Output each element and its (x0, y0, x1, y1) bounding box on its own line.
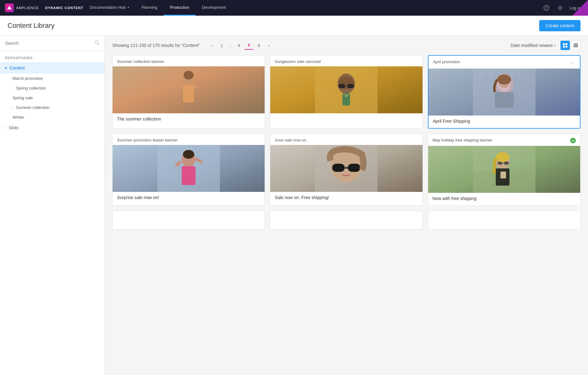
corner-accent (572, 0, 588, 16)
spring-collection-label: Spring collection (16, 86, 46, 90)
content-card-2[interactable]: Sunglasses sale carousel (270, 55, 423, 129)
card-2-type: Sunglasses sale carousel (275, 59, 418, 64)
content-card-6[interactable]: May holiday free shipping banner (428, 134, 580, 206)
svg-line-5 (98, 44, 99, 45)
svg-rect-22 (338, 84, 345, 88)
pagination-page-4[interactable]: 4 (235, 41, 243, 50)
card-1-header: Summer collection banner (113, 55, 265, 66)
published-badge (570, 138, 576, 143)
card-4-type: Summer promotion teaser banner (117, 138, 260, 142)
nav-tab-production[interactable]: Production (164, 0, 195, 16)
pagination-page-6[interactable]: 6 (255, 41, 263, 50)
svg-point-3 (559, 7, 561, 9)
svg-rect-12 (574, 46, 578, 47)
card-1-title: The summer collection (113, 113, 265, 126)
search-icon (94, 40, 99, 46)
main-layout: Repositories ▾ Content March promotion ›… (0, 36, 588, 375)
brand: AMPLIENCE DYNAMIC CONTENT (5, 3, 84, 12)
march-promotion-label: March promotion (13, 76, 43, 81)
repositories-label: Repositories (0, 51, 104, 62)
card-3-image (428, 69, 580, 116)
sidebar-sub-winter[interactable]: Winter (0, 112, 104, 122)
card-1-image (113, 66, 265, 113)
nav-tab-documentation[interactable]: Documentation Hub ▾ (84, 0, 135, 16)
content-card-8-partial[interactable] (270, 211, 423, 229)
sidebar-item-content[interactable]: ▾ Content (0, 62, 104, 74)
chevron-down-icon: ▾ (5, 66, 7, 70)
pagination-page-1[interactable]: 1 (217, 41, 226, 50)
brand-logo (5, 3, 14, 12)
sidebar-sub-march-promotion[interactable]: March promotion (0, 74, 104, 83)
nav-tabs: Documentation Hub ▾ Planning Production … (84, 0, 542, 16)
sidebar-content-children: March promotion › Spring collection Spri… (0, 74, 104, 122)
search-input[interactable] (5, 41, 92, 46)
svg-rect-47 (348, 164, 360, 172)
chevron-right-icon-2: › (13, 106, 13, 109)
create-content-button[interactable]: Create content (539, 20, 580, 31)
nav-tab-planning[interactable]: Planning (135, 0, 164, 16)
card-4-title: Surprise sale now on! (113, 192, 265, 204)
card-3-menu[interactable]: ··· (570, 59, 575, 66)
content-card-9-partial[interactable] (428, 211, 580, 229)
svg-rect-48 (344, 167, 348, 169)
card-5-image (270, 145, 422, 192)
svg-rect-58 (500, 172, 506, 178)
sidebar-sub-spring-collection[interactable]: › Spring collection (0, 83, 104, 93)
page-header: Content Library Create content (0, 16, 588, 36)
svg-rect-10 (574, 44, 578, 44)
svg-rect-11 (574, 45, 578, 46)
card-6-title: Now with free shipping (428, 193, 580, 205)
card-3-title: April Free Shipping (428, 116, 580, 128)
view-toggle (560, 41, 580, 50)
sort-label-text: Date modified newest (510, 43, 553, 48)
sidebar-item-content-label: Content (9, 65, 25, 70)
content-card-1[interactable]: Summer collection banner T (112, 55, 265, 129)
sidebar: Repositories ▾ Content March promotion ›… (0, 36, 105, 375)
settings-button[interactable] (556, 3, 565, 12)
card-6-type: May holiday free shipping banner (433, 138, 570, 142)
content-card-7-partial[interactable] (112, 211, 265, 229)
card-2-image (270, 66, 422, 113)
svg-rect-54 (504, 162, 509, 165)
svg-rect-7 (565, 43, 567, 45)
card-6-header: May holiday free shipping banner (428, 134, 580, 146)
content-card-3[interactable]: April promotion ··· (428, 55, 580, 129)
card-2-header: Sunglasses sale carousel (270, 55, 422, 66)
grid-view-button[interactable] (560, 41, 570, 50)
card-grid-partial (112, 211, 580, 229)
brand-dc: DYNAMIC CONTENT (45, 6, 84, 10)
results-right: Date modified newest ▾ (510, 41, 580, 50)
sidebar-item-slots[interactable]: › Slots (0, 122, 104, 133)
pagination-next[interactable]: > (265, 41, 273, 50)
card-4-image (113, 145, 265, 192)
content-area: Showing 121-150 of 175 results for "Cont… (105, 36, 588, 375)
pagination-page-5[interactable]: 5 (245, 41, 253, 50)
svg-rect-23 (347, 84, 354, 88)
svg-point-26 (345, 95, 347, 97)
svg-marker-0 (7, 6, 12, 9)
top-nav: AMPLIENCE DYNAMIC CONTENT Documentation … (0, 0, 588, 16)
svg-rect-31 (495, 92, 514, 108)
sidebar-sub-spring-sale[interactable]: Spring sale (0, 93, 104, 103)
list-view-button[interactable] (571, 41, 580, 50)
help-button[interactable]: ? (542, 3, 551, 12)
sort-arrow-icon: ▾ (554, 44, 555, 47)
sidebar-sub-summer-collection[interactable]: › Summer collection (0, 103, 104, 112)
content-card-4[interactable]: Summer promotion teaser banner (112, 134, 265, 206)
sort-button[interactable]: Date modified newest ▾ (510, 43, 555, 48)
card-3-type: April promotion (433, 59, 570, 64)
svg-rect-6 (563, 43, 565, 45)
card-grid: Summer collection banner T (112, 55, 580, 206)
content-card-5[interactable]: June sale now on (270, 134, 423, 206)
chevron-right-icon-3: › (5, 126, 6, 130)
pagination-dots: ... (227, 43, 233, 48)
card-4-header: Summer promotion teaser banner (113, 134, 265, 145)
brand-amp: AMPLIENCE (16, 6, 39, 10)
card-5-type: June sale now on (275, 138, 418, 142)
svg-point-32 (497, 74, 511, 85)
svg-point-56 (496, 152, 509, 162)
svg-rect-46 (332, 164, 345, 172)
svg-rect-14 (183, 85, 194, 102)
nav-tab-development[interactable]: Development (195, 0, 232, 16)
pagination-prev[interactable]: < (207, 41, 216, 50)
